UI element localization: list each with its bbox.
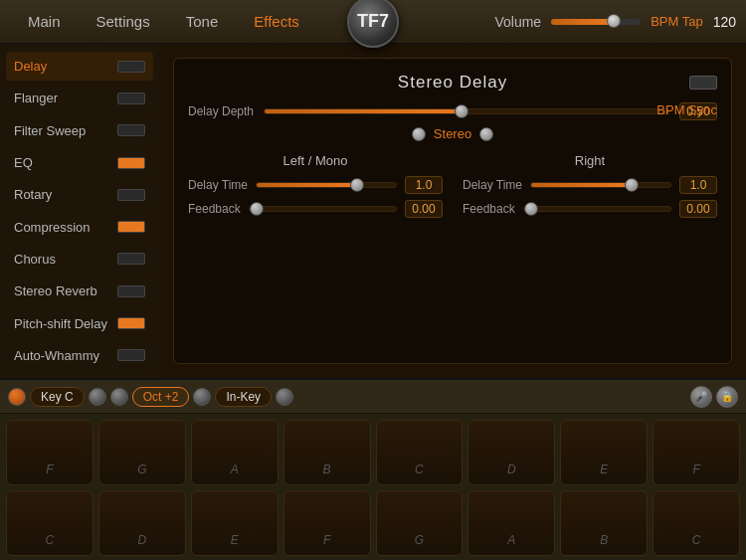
right-feedback-slider[interactable]: [523, 206, 671, 212]
delay-depth-thumb: [455, 104, 468, 118]
piano-key-E1[interactable]: E: [560, 420, 648, 485]
right-delay-time-value: 1.0: [679, 176, 717, 194]
left-feedback-row: Feedback 0.00: [188, 200, 443, 218]
right-delay-time-label: Delay Time: [463, 178, 522, 192]
sidebar-item-compression[interactable]: Compression: [6, 212, 153, 241]
sidebar-item-rotary[interactable]: Rotary: [6, 180, 153, 209]
sidebar-item-stereo-reverb[interactable]: Stereo Reverb: [6, 277, 153, 305]
piano-key-F3[interactable]: F: [283, 490, 371, 556]
right-delay-time-slider[interactable]: [530, 182, 671, 188]
piano-key-B[interactable]: B: [283, 420, 371, 485]
right-feedback-value: 0.00: [679, 200, 717, 218]
right-delay-time-thumb: [625, 178, 639, 192]
sidebar-item-label: Pitch-shift Delay: [14, 316, 107, 331]
in-key-pill[interactable]: In-Key: [215, 387, 272, 407]
left-panel-title: Left / Mono: [188, 153, 443, 168]
bpm-sync-button[interactable]: BPM Sync: [656, 102, 717, 117]
delay-depth-label: Delay Depth: [188, 104, 254, 118]
sidebar-item-auto-whammy[interactable]: Auto-Whammy: [6, 341, 153, 370]
piano-key-D2[interactable]: D: [98, 490, 186, 556]
nav-right: Volume BPM Tap 120: [494, 14, 736, 30]
sidebar-item-chorus[interactable]: Chorus: [6, 245, 153, 274]
sidebar-toggle-stereo-reverb[interactable]: [117, 285, 145, 297]
microphone-icon[interactable]: 🎤: [690, 386, 712, 408]
lock-icon[interactable]: 🔒: [716, 386, 738, 408]
sidebar-item-label: Auto-Whammy: [14, 348, 99, 363]
bpm-tap-button[interactable]: BPM Tap: [651, 14, 703, 29]
kb-knob-1[interactable]: [8, 388, 26, 406]
stereo-dot-left[interactable]: [412, 127, 426, 141]
volume-slider[interactable]: [551, 19, 641, 25]
left-feedback-slider[interactable]: [249, 206, 397, 212]
piano-key-B2[interactable]: B: [560, 490, 648, 556]
left-panel: Left / Mono Delay Time 1.0 Feedback: [188, 153, 443, 224]
sidebar-item-label: Filter Sweep: [14, 123, 86, 138]
kb-knob-4[interactable]: [193, 388, 211, 406]
piano-key-G2[interactable]: G: [376, 490, 464, 556]
right-panel-title: Right: [463, 153, 717, 168]
sidebar-toggle-compression[interactable]: [117, 221, 145, 233]
piano-row-top: F G A B C D E F: [6, 420, 740, 485]
piano-key-D1[interactable]: D: [467, 420, 555, 485]
right-feedback-thumb: [524, 202, 538, 216]
delay-depth-fill: [265, 109, 466, 113]
sidebar-toggle-delay[interactable]: [117, 61, 145, 73]
right-delay-time-row: Delay Time 1.0: [463, 176, 717, 194]
stereo-label: Stereo: [434, 126, 471, 141]
sidebar-toggle-rotary[interactable]: [117, 189, 145, 201]
piano-key-C2[interactable]: C: [6, 490, 93, 556]
piano-key-C1[interactable]: C: [376, 420, 464, 485]
stereo-dot-right[interactable]: [479, 127, 493, 141]
right-feedback-row: Feedback 0.00: [463, 200, 717, 218]
piano-key-G[interactable]: G: [98, 420, 186, 485]
content-area: Stereo Delay Delay Depth 0.50 BPM Sync S…: [159, 44, 746, 378]
keyboard-controls: Key C Oct +2 In-Key 🎤 🔒: [0, 380, 746, 414]
delay-depth-slider[interactable]: [264, 108, 669, 114]
sidebar-toggle-chorus[interactable]: [117, 253, 145, 265]
left-delay-time-label: Delay Time: [188, 178, 248, 192]
key-c-pill[interactable]: Key C: [30, 387, 85, 407]
left-delay-time-slider[interactable]: [256, 182, 397, 188]
sidebar-item-label: Chorus: [14, 252, 56, 267]
sidebar-toggle-eq[interactable]: [117, 157, 145, 169]
sidebar-item-label: Flanger: [14, 91, 58, 105]
left-delay-time-value: 1.0: [405, 176, 443, 194]
right-delay-time-fill: [531, 183, 629, 187]
piano-key-A2[interactable]: A: [467, 490, 555, 556]
volume-thumb: [607, 14, 621, 28]
piano-key-F2[interactable]: F: [653, 420, 740, 485]
sidebar-toggle-flanger[interactable]: [117, 93, 145, 104]
kb-knob-2[interactable]: [89, 388, 106, 406]
nav-settings[interactable]: Settings: [79, 13, 168, 30]
sidebar-item-flanger[interactable]: Flanger: [6, 84, 153, 112]
nav-tone[interactable]: Tone: [168, 13, 237, 30]
sidebar-toggle-auto-whammy[interactable]: [117, 349, 145, 361]
sidebar-item-label: Rotary: [14, 187, 52, 202]
top-nav: Main Settings Tone Effects TF7 Volume BP…: [0, 0, 746, 44]
piano-key-F1[interactable]: F: [6, 420, 93, 485]
oct-pill[interactable]: Oct +2: [132, 387, 190, 407]
sidebar-toggle-filter-sweep[interactable]: [117, 124, 145, 136]
effect-title: Stereo Delay: [398, 73, 507, 93]
effect-title-row: Stereo Delay: [188, 73, 717, 93]
volume-label: Volume: [494, 14, 541, 30]
effect-onoff-toggle[interactable]: [689, 76, 717, 90]
nav-main[interactable]: Main: [10, 13, 79, 30]
kb-knob-3[interactable]: [110, 388, 128, 406]
piano-key-A1[interactable]: A: [191, 420, 279, 485]
sidebar-toggle-pitch-shift-delay[interactable]: [117, 317, 145, 329]
volume-slider-fill: [551, 19, 610, 25]
sidebar-item-eq[interactable]: EQ: [6, 148, 153, 177]
right-feedback-label: Feedback: [463, 202, 515, 216]
left-delay-time-row: Delay Time 1.0: [188, 176, 443, 194]
nav-effects[interactable]: Effects: [236, 13, 317, 30]
sidebar-item-pitch-shift-delay[interactable]: Pitch-shift Delay: [6, 308, 153, 337]
sidebar-item-delay[interactable]: Delay: [6, 52, 153, 81]
kb-knob-5[interactable]: [276, 388, 293, 406]
sidebar-item-label: Compression: [14, 220, 91, 235]
left-feedback-label: Feedback: [188, 202, 241, 216]
sidebar-item-label: Delay: [14, 59, 47, 74]
piano-key-E2[interactable]: E: [191, 490, 279, 556]
piano-key-C3[interactable]: C: [653, 490, 740, 556]
sidebar-item-filter-sweep[interactable]: Filter Sweep: [6, 116, 153, 145]
